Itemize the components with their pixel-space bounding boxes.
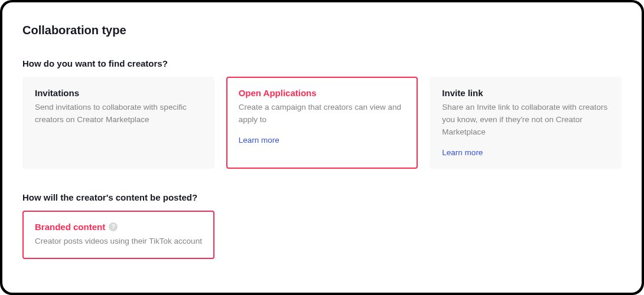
card-invitations-title: Invitations — [35, 88, 202, 98]
card-open-applications[interactable]: Open Applications Create a campaign that… — [226, 77, 418, 169]
section-title-content-posted: How will the creator's content be posted… — [22, 192, 622, 202]
section-find-creators: How do you want to find creators? Invita… — [22, 58, 622, 169]
learn-more-invite-link[interactable]: Learn more — [442, 148, 483, 157]
card-invitations[interactable]: Invitations Send invitations to collabor… — [22, 77, 214, 169]
card-open-applications-title: Open Applications — [239, 88, 406, 98]
page-title: Collaboration type — [22, 24, 622, 37]
card-branded-content-desc: Creator posts videos using their TikTok … — [35, 235, 202, 248]
card-invitations-desc: Send invitations to collaborate with spe… — [35, 101, 202, 126]
learn-more-open-applications[interactable]: Learn more — [239, 136, 279, 145]
section-content-posted: How will the creator's content be posted… — [22, 192, 622, 259]
section-title-find-creators: How do you want to find creators? — [22, 58, 622, 68]
card-invite-link[interactable]: Invite link Share an Invite link to coll… — [430, 77, 622, 169]
card-invite-link-desc: Share an Invite link to collaborate with… — [442, 101, 609, 139]
card-open-applications-desc: Create a campaign that creators can view… — [239, 101, 406, 126]
card-branded-content-title: Branded content — [35, 222, 105, 232]
card-invite-link-title: Invite link — [442, 88, 609, 98]
card-branded-content[interactable]: Branded content ? Creator posts videos u… — [22, 211, 214, 259]
help-icon[interactable]: ? — [109, 222, 118, 231]
